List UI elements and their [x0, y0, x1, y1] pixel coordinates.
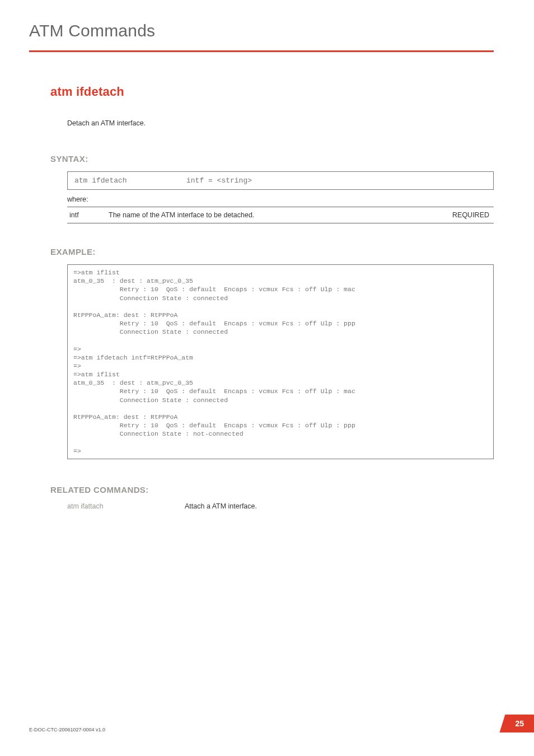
where-label: where: [67, 195, 494, 203]
example-heading: EXAMPLE: [50, 247, 494, 256]
chapter-title: ATM Commands [29, 21, 494, 40]
syntax-args: intf = <string> [186, 176, 252, 185]
syntax-command: atm ifdetach [74, 176, 186, 185]
param-required-cell: REQUIRED [438, 207, 494, 223]
command-name-heading: atm ifdetach [50, 85, 494, 99]
page-footer: E-DOC-CTC-20061027-0004 v1.0 25 [29, 715, 534, 732]
horizontal-rule [29, 50, 494, 52]
related-command-row: atm ifattach Attach a ATM interface. [67, 502, 494, 510]
example-code-block: =>atm iflist atm_0_35 : dest : atm_pvc_0… [67, 264, 494, 459]
related-commands-heading: RELATED COMMANDS: [50, 485, 494, 494]
document-id: E-DOC-CTC-20061027-0004 v1.0 [29, 727, 105, 732]
param-name-cell: intf [67, 207, 106, 223]
parameter-table: intf The name of the ATM interface to be… [67, 207, 494, 223]
command-description: Detach an ATM interface. [67, 119, 494, 127]
related-command-desc: Attach a ATM interface. [185, 502, 257, 510]
param-desc-cell: The name of the ATM interface to be deta… [106, 207, 438, 223]
syntax-box: atm ifdetach intf = <string> [67, 171, 494, 190]
syntax-heading: SYNTAX: [50, 154, 494, 164]
table-row: intf The name of the ATM interface to be… [67, 207, 494, 223]
related-command-name: atm ifattach [67, 502, 185, 510]
page-number-badge: 25 [499, 715, 534, 732]
